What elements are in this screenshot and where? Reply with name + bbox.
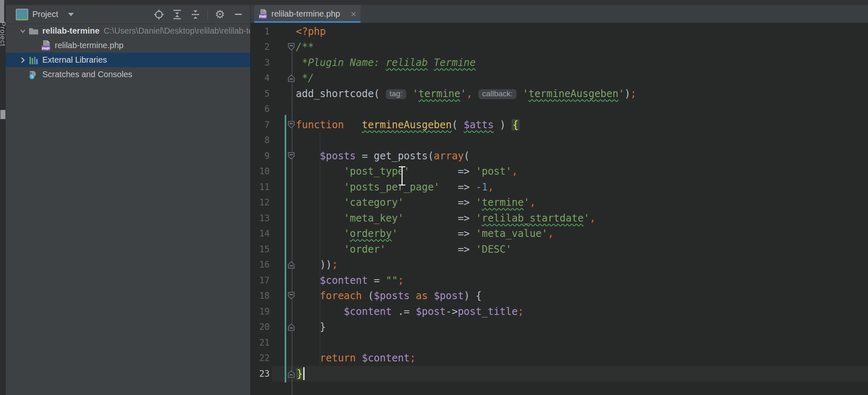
tree-item-scratches[interactable]: Scratches and Consoles — [6, 67, 250, 82]
code-text: return $content; — [296, 352, 416, 364]
project-panel-title[interactable]: Project — [32, 10, 58, 19]
line-number[interactable]: 8 — [251, 135, 270, 145]
ide-window: { "stripe": { "tool_label": "Project" },… — [0, 0, 868, 395]
code-line[interactable]: 11 'posts_per_page' => -1, — [251, 179, 868, 195]
editor-caret — [303, 367, 305, 380]
line-number[interactable]: 1 — [251, 27, 270, 37]
code-text: )); — [296, 259, 338, 271]
fold-start-marker[interactable] — [287, 291, 295, 300]
code-text: 'orderby' => 'meta_value', — [296, 228, 553, 239]
fold-end-marker[interactable] — [287, 73, 295, 83]
code-editor[interactable]: 1<?php2/**3 *Plugin Name: relilab Termin… — [251, 23, 868, 395]
tree-item-path: C:\Users\Daniel\Desktop\relilab\relilab-… — [104, 26, 250, 36]
line-number[interactable]: 21 — [251, 338, 270, 348]
tree-item-php-file[interactable]: PHP relilab-termine.php — [6, 38, 250, 53]
code-line[interactable]: 21 — [251, 335, 868, 351]
line-number[interactable]: 7 — [251, 120, 270, 130]
line-number[interactable]: 18 — [251, 291, 270, 301]
line-number[interactable]: 23 — [251, 369, 270, 379]
fold-end-marker[interactable] — [287, 260, 295, 269]
line-number[interactable]: 5 — [251, 89, 270, 99]
code-line[interactable]: 6 — [251, 102, 868, 117]
line-number[interactable]: 11 — [251, 182, 270, 192]
code-text: add_shortcode( tag: 'termine', callback:… — [296, 88, 636, 100]
fold-end-marker[interactable] — [287, 322, 295, 332]
expand-all-icon[interactable] — [171, 8, 183, 21]
collapse-all-icon[interactable] — [189, 8, 202, 21]
toolbar-separator — [207, 9, 208, 20]
chevron-down-icon[interactable] — [68, 13, 74, 16]
code-line[interactable]: 3 *Plugin Name: relilab Termine — [251, 55, 868, 71]
code-line[interactable]: 7function termineAusgeben( $atts ) { — [251, 117, 868, 133]
fold-start-marker[interactable] — [287, 120, 295, 129]
line-number[interactable]: 13 — [251, 213, 270, 223]
line-number[interactable]: 14 — [251, 229, 270, 239]
code-text: *Plugin Name: relilab Termine — [296, 57, 476, 68]
line-number[interactable]: 4 — [251, 73, 270, 83]
line-number[interactable]: 9 — [251, 151, 270, 161]
fold-start-marker[interactable] — [287, 42, 295, 51]
tab-relilab-termine-php[interactable]: PHP relilab-termine.php × — [254, 5, 361, 23]
code-line[interactable]: 23} — [251, 366, 868, 382]
code-line[interactable]: 14 'orderby' => 'meta_value', — [251, 226, 868, 242]
project-tree: relilab-termine C:\Users\Daniel\Desktop\… — [6, 24, 250, 82]
vcs-change-bar[interactable] — [285, 115, 286, 383]
tree-item-external-libraries[interactable]: External Libraries — [6, 53, 250, 67]
tool-window-stripe: Project — [0, 5, 6, 395]
fold-start-marker[interactable] — [287, 151, 295, 161]
code-line[interactable]: 1<?php — [251, 24, 868, 39]
line-number[interactable]: 17 — [251, 276, 270, 285]
hide-panel-icon[interactable] — [232, 8, 244, 21]
chevron-down-icon[interactable] — [17, 28, 28, 34]
locate-file-icon[interactable] — [153, 8, 165, 21]
code-line[interactable]: 17 $content = ""; — [251, 273, 868, 288]
stripe-corner-block — [0, 0, 4, 23]
code-text: function termineAusgeben( $atts ) { — [296, 119, 519, 131]
code-line[interactable]: 16 )); — [251, 257, 868, 273]
code-text: 'order' => 'DESC' — [296, 244, 512, 255]
line-number[interactable]: 19 — [251, 307, 270, 317]
php-file-icon: PHP — [41, 40, 51, 51]
tree-item-label: relilab-termine.php — [55, 41, 124, 50]
folder-icon — [28, 26, 39, 37]
chevron-right-icon[interactable] — [17, 57, 28, 63]
code-line[interactable]: 20 } — [251, 319, 868, 335]
line-number[interactable]: 22 — [251, 353, 270, 363]
code-line[interactable]: 10 'post_type' => 'post', — [251, 164, 868, 180]
code-line[interactable]: 22 return $content; — [251, 351, 868, 366]
line-number[interactable]: 10 — [251, 166, 270, 176]
code-text: 'meta_key' => 'relilab_startdate', — [296, 212, 596, 224]
code-line[interactable]: 15 'order' => 'DESC' — [251, 241, 868, 257]
line-number[interactable]: 2 — [251, 42, 270, 52]
line-number[interactable]: 16 — [251, 260, 270, 270]
editor-tab-bar: PHP relilab-termine.php × — [251, 5, 868, 23]
line-number[interactable]: 12 — [251, 198, 270, 207]
code-line[interactable]: 18 foreach ($posts as $post) { — [251, 288, 868, 304]
settings-gear-icon[interactable]: ⚙ — [214, 8, 226, 21]
code-line[interactable]: 9 $posts = get_posts(array( — [251, 148, 868, 164]
code-line[interactable]: 13 'meta_key' => 'relilab_startdate', — [251, 210, 868, 226]
libraries-icon — [28, 55, 39, 66]
stripe-tool-icon[interactable] — [0, 110, 5, 119]
code-text: } — [296, 321, 326, 333]
tree-item-root-folder[interactable]: relilab-termine C:\Users\Daniel\Desktop\… — [6, 24, 250, 38]
code-text: <?php — [296, 26, 326, 37]
close-icon[interactable]: × — [351, 9, 356, 19]
code-line[interactable]: 5add_shortcode( tag: 'termine', callback… — [251, 86, 868, 102]
code-line[interactable]: 2/** — [251, 39, 868, 55]
code-text: foreach ($posts as $post) { — [296, 290, 482, 302]
line-number[interactable]: 6 — [251, 104, 270, 114]
code-text: */ — [296, 72, 314, 84]
code-line[interactable]: 4 */ — [251, 71, 868, 86]
line-number[interactable]: 20 — [251, 322, 270, 332]
code-text: 'posts_per_page' => -1, — [296, 181, 494, 193]
code-line[interactable]: 19 $content .= $post->post_title; — [251, 304, 868, 319]
tree-item-label: relilab-termine — [42, 26, 100, 36]
line-number[interactable]: 3 — [251, 58, 270, 68]
fold-end-marker[interactable] — [287, 369, 295, 378]
editor-lines: 1<?php2/**3 *Plugin Name: relilab Termin… — [251, 24, 868, 382]
code-text: 'category' => 'termine', — [296, 197, 536, 208]
line-number[interactable]: 15 — [251, 244, 270, 254]
code-line[interactable]: 12 'category' => 'termine', — [251, 195, 868, 211]
code-line[interactable]: 8 — [251, 133, 868, 149]
